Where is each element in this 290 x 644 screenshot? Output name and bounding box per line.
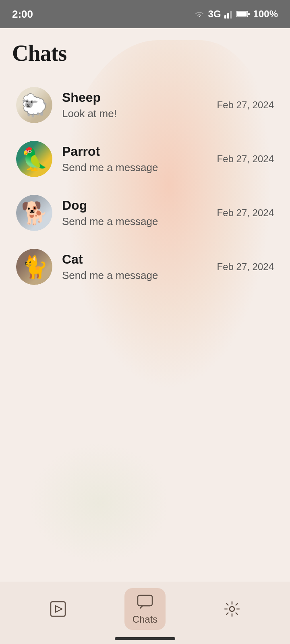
battery-label: 100% bbox=[253, 8, 278, 20]
nav-item-chats[interactable]: Chats bbox=[124, 588, 166, 630]
chat-item-cat[interactable]: Cat Send me a message Feb 27, 2024 bbox=[12, 240, 278, 294]
status-right: 3G 100% bbox=[194, 8, 278, 20]
chat-name-parrot: Parrot bbox=[62, 144, 217, 159]
chat-name-cat: Cat bbox=[62, 252, 217, 267]
svg-rect-8 bbox=[138, 595, 152, 606]
svg-rect-1 bbox=[227, 13, 229, 19]
page-title: Chats bbox=[12, 40, 278, 66]
svg-rect-5 bbox=[248, 13, 250, 15]
avatar-sheep bbox=[16, 87, 52, 123]
chat-icon bbox=[136, 593, 154, 611]
battery-icon bbox=[236, 10, 250, 18]
svg-rect-6 bbox=[51, 602, 65, 616]
bg-decoration-2 bbox=[29, 443, 170, 564]
svg-rect-4 bbox=[237, 12, 246, 17]
svg-marker-7 bbox=[56, 606, 62, 612]
settings-icon bbox=[223, 600, 241, 618]
media-icon bbox=[49, 600, 67, 618]
status-icons: 3G 100% bbox=[194, 8, 278, 20]
avatar-dog bbox=[16, 195, 52, 231]
nav-chats-label: Chats bbox=[133, 614, 158, 625]
chat-preview-dog: Send me a message bbox=[62, 215, 217, 228]
chat-item-sheep[interactable]: Sheep Look at me! Feb 27, 2024 bbox=[12, 78, 278, 132]
chat-date-dog: Feb 27, 2024 bbox=[217, 207, 274, 219]
svg-point-9 bbox=[230, 607, 234, 611]
chat-date-sheep: Feb 27, 2024 bbox=[217, 99, 274, 111]
svg-rect-2 bbox=[230, 11, 232, 19]
chat-info-dog: Dog Send me a message bbox=[62, 198, 217, 228]
chat-name-dog: Dog bbox=[62, 198, 217, 213]
chat-info-cat: Cat Send me a message bbox=[62, 252, 217, 282]
chat-item-parrot[interactable]: Parrot Send me a message Feb 27, 2024 bbox=[12, 132, 278, 186]
chat-preview-parrot: Send me a message bbox=[62, 161, 217, 174]
main-content: Chats Sheep Look at me! Feb 27, 2024 Par… bbox=[0, 28, 290, 358]
bottom-nav: Chats bbox=[0, 582, 290, 644]
nav-item-media[interactable] bbox=[41, 595, 75, 623]
chat-info-parrot: Parrot Send me a message bbox=[62, 144, 217, 174]
avatar-cat bbox=[16, 249, 52, 285]
chat-info-sheep: Sheep Look at me! bbox=[62, 90, 217, 120]
signal-label: 3G bbox=[208, 8, 221, 20]
chat-preview-sheep: Look at me! bbox=[62, 107, 217, 120]
chat-item-dog[interactable]: Dog Send me a message Feb 27, 2024 bbox=[12, 186, 278, 240]
chat-list: Sheep Look at me! Feb 27, 2024 Parrot Se… bbox=[12, 78, 278, 294]
avatar-parrot bbox=[16, 141, 52, 177]
home-indicator bbox=[115, 637, 175, 640]
status-time: 2:00 bbox=[12, 8, 33, 21]
svg-rect-0 bbox=[224, 15, 226, 19]
chat-name-sheep: Sheep bbox=[62, 90, 217, 105]
wifi-icon bbox=[194, 10, 205, 19]
chat-date-parrot: Feb 27, 2024 bbox=[217, 153, 274, 165]
status-bar: 2:00 3G 100% bbox=[0, 0, 290, 28]
chat-date-cat: Feb 27, 2024 bbox=[217, 261, 274, 272]
chat-preview-cat: Send me a message bbox=[62, 269, 217, 282]
signal-icon bbox=[224, 10, 233, 19]
nav-item-settings[interactable] bbox=[215, 595, 249, 623]
